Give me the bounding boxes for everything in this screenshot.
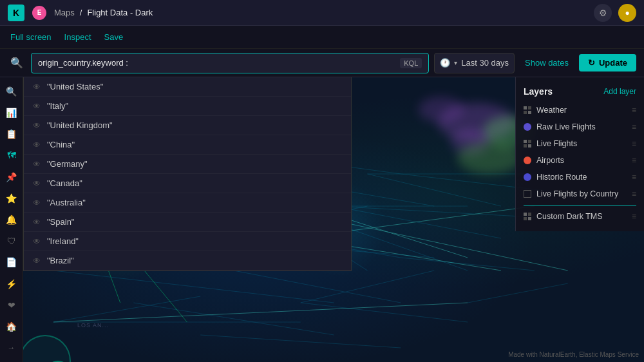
search-input[interactable]: [38, 58, 400, 68]
layers-panel: Layers Add layer Weather ≡ Raw Live Flig…: [515, 77, 644, 231]
dropdown-label-9: "Brazil": [47, 256, 74, 265]
layer-item-custom-dark-tms[interactable]: Custom Dark TMS ≡: [516, 208, 644, 225]
dropdown-label-1: "Italy": [47, 101, 68, 111]
dropdown-item-8[interactable]: 👁 "Ireland": [24, 232, 351, 251]
user-avatar[interactable]: ●: [618, 4, 636, 22]
dropdown-label-4: "Germany": [47, 159, 88, 169]
sidebar-icon-dashboard[interactable]: 📊: [3, 104, 21, 121]
dropdown-item-7[interactable]: 👁 "Spain": [24, 213, 351, 232]
svg-line-27: [133, 303, 334, 335]
weather-blob-4: [457, 142, 522, 174]
top-bar-right: ⚙ ●: [594, 4, 636, 22]
sidebar-icon-shield[interactable]: 🛡: [3, 233, 21, 250]
sidebar-icon-heart[interactable]: ❤: [3, 296, 21, 314]
sidebar-icon-lightning[interactable]: ⚡: [3, 275, 21, 292]
layer-item-live-flights[interactable]: Live Flights ≡: [516, 135, 644, 152]
svg-line-22: [234, 271, 401, 303]
sidebar-icon-search[interactable]: 🔍: [3, 82, 21, 100]
eye-icon-3: 👁: [33, 140, 41, 149]
dropdown-item-4[interactable]: 👁 "Germany": [24, 155, 351, 174]
live-flights-country-checkbox[interactable]: [524, 190, 531, 198]
dropdown-label-0: "United States": [47, 82, 103, 91]
dropdown-label-7: "Spain": [47, 217, 74, 227]
airports-icon: [524, 157, 531, 164]
dropdown-label-6: "Australia": [47, 198, 86, 207]
eye-icon-0: 👁: [33, 82, 41, 91]
svg-line-14: [301, 303, 468, 322]
dropdown-item-1[interactable]: 👁 "Italy": [24, 97, 351, 116]
dropdown-label-3: "China": [47, 140, 75, 149]
live-flights-layer-icon: [524, 140, 531, 148]
update-icon: ↻: [588, 58, 595, 68]
elastic-logo[interactable]: E: [32, 6, 46, 20]
layer-item-raw-live-flights[interactable]: Raw Live Flights ≡: [516, 119, 644, 135]
left-sidebar: 🔍 📊 📋 🗺 📌 ⭐ 🔔 🛡 📄 ⚡ ❤ 🏠 →: [0, 77, 23, 362]
dropdown-item-3[interactable]: 👁 "China": [24, 135, 351, 155]
update-label: Update: [599, 58, 627, 68]
sidebar-icon-maps[interactable]: 🗺: [3, 147, 21, 164]
eye-icon-9: 👁: [33, 256, 41, 265]
svg-line-24: [334, 206, 501, 238]
layer-item-live-flights-country[interactable]: Live Flights by Country ≡: [516, 186, 644, 202]
live-flights-drag-handle[interactable]: ≡: [632, 139, 636, 148]
top-bar: K E Maps / Flight Data - Dark ⚙ ●: [0, 0, 644, 26]
live-flights-label: Live Flights: [536, 139, 577, 148]
map-label-la: LOS AN...: [77, 322, 109, 329]
search-input-wrap: KQL: [31, 53, 429, 73]
sidebar-icon-alert[interactable]: 🔔: [3, 211, 21, 228]
sidebar-icon-discover[interactable]: 📋: [3, 125, 21, 142]
historic-route-label: Historic Route: [536, 173, 587, 182]
airports-drag-handle[interactable]: ≡: [632, 156, 636, 165]
fullscreen-link[interactable]: Full screen: [10, 32, 52, 42]
sidebar-icon-home[interactable]: 🏠: [3, 318, 21, 336]
custom-dark-tms-icon: [524, 213, 531, 220]
add-layer-button[interactable]: Add layer: [603, 87, 636, 96]
live-flights-country-label: Live Flights by Country: [536, 189, 618, 198]
show-dates-button[interactable]: Show dates: [520, 58, 574, 68]
layer-divider: [524, 205, 636, 205]
dropdown-item-2[interactable]: 👁 "United Kingdom": [24, 116, 351, 135]
dropdown-item-5[interactable]: 👁 "Canada": [24, 174, 351, 193]
panel-title: Layers: [524, 86, 553, 97]
sidebar-icon-pin[interactable]: 📌: [3, 168, 21, 186]
eye-icon-8: 👁: [33, 237, 41, 246]
weather-drag-handle[interactable]: ≡: [632, 106, 636, 115]
raw-live-flights-label: Raw Live Flights: [536, 122, 596, 131]
layer-item-airports[interactable]: Airports ≡: [516, 152, 644, 169]
update-button[interactable]: ↻ Update: [579, 54, 636, 71]
dropdown-label-8: "Ireland": [47, 236, 79, 246]
sidebar-icon-expand[interactable]: →: [3, 339, 21, 357]
save-link[interactable]: Save: [104, 32, 124, 42]
map-attribution: Made with NaturalEarth, Elastic Maps Ser…: [508, 351, 639, 358]
settings-button[interactable]: ⚙: [594, 4, 612, 22]
svg-line-8: [53, 271, 334, 303]
sidebar-icon-document[interactable]: 📄: [3, 254, 21, 271]
custom-dark-tms-drag-handle[interactable]: ≡: [632, 212, 636, 221]
dropdown-item-6[interactable]: 👁 "Australia": [24, 193, 351, 213]
svg-line-15: [368, 174, 501, 206]
dropdown-item-9[interactable]: 👁 "Brazil": [24, 251, 351, 271]
eye-icon-7: 👁: [33, 218, 41, 227]
breadcrumb-maps[interactable]: Maps: [54, 8, 75, 17]
layer-item-historic-route[interactable]: Historic Route ≡: [516, 169, 644, 186]
eye-icon-5: 👁: [33, 179, 41, 188]
sidebar-icon-star[interactable]: ⭐: [3, 189, 21, 207]
layer-item-weather[interactable]: Weather ≡: [516, 102, 644, 119]
kql-badge[interactable]: KQL: [400, 58, 422, 68]
weather-layer-label: Weather: [536, 106, 567, 115]
historic-route-drag-handle[interactable]: ≡: [632, 173, 636, 182]
breadcrumb-separator: /: [80, 8, 82, 17]
airports-label: Airports: [536, 156, 564, 165]
svg-line-17: [401, 258, 534, 271]
svg-line-28: [200, 335, 401, 348]
raw-live-flights-drag-handle[interactable]: ≡: [632, 122, 636, 131]
inspect-link[interactable]: Inspect: [64, 32, 91, 42]
time-range-selector[interactable]: 🕐 ▾ Last 30 days: [434, 53, 515, 73]
historic-route-icon: [524, 173, 531, 181]
dropdown-label-5: "Canada": [47, 178, 82, 188]
breadcrumb: Maps / Flight Data - Dark: [54, 8, 153, 17]
eye-icon-2: 👁: [33, 121, 41, 130]
dropdown-item-0[interactable]: 👁 "United States": [24, 77, 351, 97]
live-flights-country-drag-handle[interactable]: ≡: [632, 189, 636, 198]
kibana-logo[interactable]: K: [8, 5, 24, 21]
